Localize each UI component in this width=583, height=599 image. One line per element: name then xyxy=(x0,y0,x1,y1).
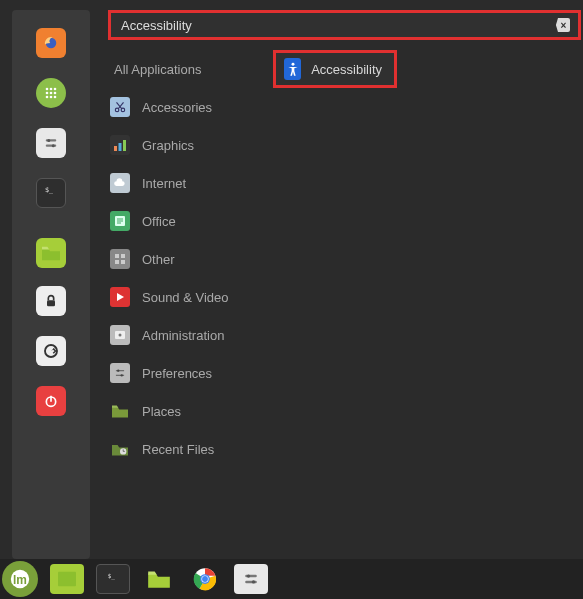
firefox-icon[interactable] xyxy=(36,28,66,58)
svg-point-4 xyxy=(46,92,49,95)
svg-point-12 xyxy=(47,139,50,142)
logout-icon[interactable] xyxy=(36,336,66,366)
category-label: Places xyxy=(142,404,181,419)
svg-point-55 xyxy=(247,574,250,577)
category-label: Office xyxy=(142,214,176,229)
svg-point-6 xyxy=(54,92,57,95)
recent-folder-icon xyxy=(110,439,130,459)
category-all-applications[interactable]: All Applications xyxy=(108,50,263,88)
svg-point-40 xyxy=(121,374,123,376)
search-results: Accessibility xyxy=(273,50,581,468)
taskbar-files-icon[interactable] xyxy=(142,564,176,594)
category-other[interactable]: Other xyxy=(108,240,263,278)
category-preferences[interactable]: Preferences xyxy=(108,354,263,392)
svg-point-2 xyxy=(50,88,53,91)
svg-point-36 xyxy=(119,334,122,337)
files-icon[interactable] xyxy=(36,238,66,268)
scissors-icon xyxy=(110,97,130,117)
svg-rect-31 xyxy=(121,254,125,258)
result-label: Accessibility xyxy=(311,62,382,77)
preferences-icon xyxy=(110,363,130,383)
taskbar-terminal-icon[interactable]: $_ xyxy=(96,564,130,594)
svg-point-56 xyxy=(252,580,255,583)
category-graphics[interactable]: Graphics xyxy=(108,126,263,164)
taskbar-settings-icon[interactable] xyxy=(234,564,268,594)
svg-rect-15 xyxy=(47,300,55,306)
taskbar: lm $_ xyxy=(0,559,583,599)
svg-rect-23 xyxy=(114,146,117,151)
category-label: Accessories xyxy=(142,100,212,115)
svg-point-13 xyxy=(52,144,55,147)
terminal-icon[interactable]: $_ xyxy=(36,178,66,208)
category-label: Administration xyxy=(142,328,224,343)
search-input[interactable] xyxy=(121,18,554,33)
svg-point-9 xyxy=(54,96,57,99)
search-box-highlighted: × xyxy=(108,10,581,40)
admin-icon xyxy=(110,325,130,345)
main-panel: × All Applications Accessories Graphics … xyxy=(108,10,581,559)
svg-text:$_: $_ xyxy=(108,572,116,580)
favorites-panel: $_ xyxy=(12,10,90,559)
cloud-icon xyxy=(110,173,130,193)
category-recent-files[interactable]: Recent Files xyxy=(108,430,263,468)
taskbar-desktop-icon[interactable] xyxy=(50,564,84,594)
category-sound-video[interactable]: Sound & Video xyxy=(108,278,263,316)
category-places[interactable]: Places xyxy=(108,392,263,430)
svg-point-3 xyxy=(54,88,57,91)
svg-point-5 xyxy=(50,92,53,95)
office-icon xyxy=(110,211,130,231)
svg-rect-30 xyxy=(115,254,119,258)
svg-rect-25 xyxy=(123,140,126,151)
application-menu: $_ × All Appli xyxy=(12,10,581,559)
graphics-icon xyxy=(110,135,130,155)
svg-point-41 xyxy=(120,448,126,454)
svg-point-8 xyxy=(50,96,53,99)
svg-text:lm: lm xyxy=(13,573,27,587)
category-label: Sound & Video xyxy=(142,290,229,305)
start-menu-button[interactable]: lm xyxy=(2,561,38,597)
category-label: Internet xyxy=(142,176,186,191)
category-label: Other xyxy=(142,252,175,267)
category-label: Graphics xyxy=(142,138,194,153)
category-label: All Applications xyxy=(114,62,201,77)
apps-grid-icon[interactable] xyxy=(36,78,66,108)
accessibility-icon xyxy=(284,58,301,80)
category-accessories[interactable]: Accessories xyxy=(108,88,263,126)
category-administration[interactable]: Administration xyxy=(108,316,263,354)
svg-point-7 xyxy=(46,96,49,99)
shutdown-icon[interactable] xyxy=(36,386,66,416)
category-internet[interactable]: Internet xyxy=(108,164,263,202)
categories-list: All Applications Accessories Graphics In… xyxy=(108,50,263,468)
svg-text:$_: $_ xyxy=(45,186,54,194)
category-label: Recent Files xyxy=(142,442,214,457)
result-accessibility-highlighted[interactable]: Accessibility xyxy=(273,50,397,88)
svg-rect-32 xyxy=(115,260,119,264)
svg-point-1 xyxy=(46,88,49,91)
svg-point-52 xyxy=(202,576,208,582)
other-icon xyxy=(110,249,130,269)
svg-point-44 xyxy=(291,63,294,66)
taskbar-chrome-icon[interactable] xyxy=(188,564,222,594)
category-label: Preferences xyxy=(142,366,212,381)
category-office[interactable]: Office xyxy=(108,202,263,240)
svg-rect-47 xyxy=(58,572,76,586)
svg-rect-24 xyxy=(119,143,122,151)
clear-search-icon[interactable]: × xyxy=(554,18,570,32)
settings-icon[interactable] xyxy=(36,128,66,158)
svg-point-39 xyxy=(117,370,119,372)
folder-icon xyxy=(110,401,130,421)
lock-icon[interactable] xyxy=(36,286,66,316)
svg-marker-34 xyxy=(117,293,124,301)
play-icon xyxy=(110,287,130,307)
svg-rect-33 xyxy=(121,260,125,264)
